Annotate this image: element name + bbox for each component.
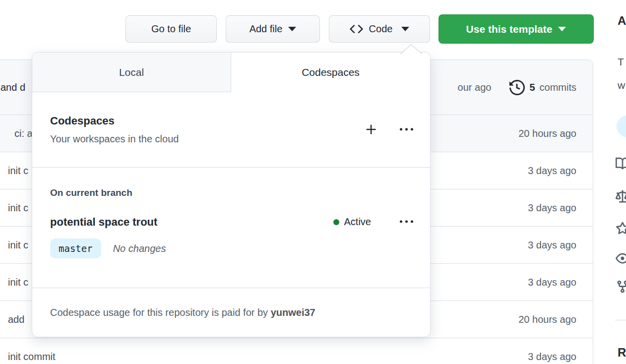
commit-count-area[interactable]: our ago 5 commits	[458, 80, 576, 95]
codespaces-header: Codespaces Your workspaces in the cloud	[32, 92, 430, 168]
chevron-down-icon	[401, 27, 409, 31]
repo-page: and d our ago 5 commits ci: a 20 hours a…	[0, 0, 626, 364]
codespaces-header-text: Codespaces Your workspaces in the cloud	[50, 115, 179, 145]
watchers-eye-icon[interactable]	[616, 251, 626, 265]
tab-codespaces[interactable]: Codespaces	[231, 53, 430, 92]
file-row-commit-message[interactable]: init c	[8, 202, 28, 214]
file-row-commit-message[interactable]: init commit	[8, 351, 56, 363]
about-heading: A	[618, 14, 626, 28]
commit-time-fragment: our ago	[458, 82, 492, 93]
license-law-icon[interactable]	[616, 190, 626, 204]
codespace-row[interactable]: potential space trout Active	[50, 215, 413, 229]
active-status-dot-icon	[333, 219, 339, 225]
tab-codespaces-label: Codespaces	[302, 66, 360, 78]
codespace-branch-row: master No changes	[50, 239, 413, 258]
codespace-usage-text: Codespace usage for this repository is p…	[50, 307, 271, 318]
code-dropdown-panel: Local Codespaces Codespaces Your workspa…	[32, 52, 431, 337]
dropdown-tabs: Local Codespaces	[32, 53, 430, 92]
sidebar-divider	[615, 320, 626, 320]
file-row-commit-message[interactable]: ci: a	[8, 128, 33, 139]
tab-local-label: Local	[119, 66, 144, 78]
codespaces-title: Codespaces	[50, 115, 179, 127]
codespace-kebab-menu-button[interactable]	[400, 215, 413, 229]
history-icon	[509, 80, 525, 95]
file-row-time: 3 days ago	[528, 277, 576, 288]
add-file-button[interactable]: Add file	[226, 15, 320, 43]
codespaces-actions	[365, 123, 413, 136]
tab-local[interactable]: Local	[32, 53, 231, 92]
file-row-commit-message[interactable]: add	[8, 314, 24, 325]
chevron-down-icon	[288, 27, 296, 31]
chevron-down-icon	[558, 27, 566, 31]
current-branch-section: On current branch potential space trout …	[32, 168, 430, 288]
commit-message-fragment[interactable]: and d	[0, 82, 25, 93]
dropdown-caret	[400, 44, 422, 54]
on-current-branch-label: On current branch	[50, 187, 413, 198]
commit-count-label: commits	[540, 82, 576, 93]
codespaces-kebab-menu-button[interactable]	[400, 123, 413, 136]
readme-icon[interactable]	[616, 157, 626, 171]
code-button[interactable]: Code	[329, 15, 430, 43]
code-label: Code	[369, 23, 393, 35]
repo-description-line2: w	[618, 79, 625, 91]
topic-badge[interactable]	[617, 116, 626, 137]
file-row[interactable]: init commit 3 days ago	[0, 338, 593, 364]
file-row-commit-message[interactable]: init c	[8, 240, 28, 251]
use-this-template-label: Use this template	[466, 23, 553, 35]
file-row-commit-message[interactable]: init c	[8, 165, 28, 177]
fork-icon[interactable]	[616, 280, 626, 294]
no-changes-label: No changes	[113, 243, 166, 254]
codespace-status: Active	[333, 216, 371, 228]
file-row-commit-message[interactable]: init c	[8, 277, 28, 288]
branch-badge[interactable]: master	[50, 239, 101, 258]
file-row-time: 3 days ago	[528, 351, 576, 363]
file-row-time: 3 days ago	[528, 240, 576, 251]
repo-description-line1: T	[618, 56, 624, 68]
go-to-file-label: Go to file	[151, 23, 191, 35]
file-row-time: 3 days ago	[528, 202, 576, 214]
file-row-time: 20 hours ago	[518, 314, 576, 325]
codespace-name[interactable]: potential space trout	[50, 216, 333, 229]
codespace-usage-footer: Codespace usage for this repository is p…	[32, 288, 430, 337]
about-sidebar: A T w R	[600, 0, 626, 364]
use-this-template-button[interactable]: Use this template	[438, 14, 594, 44]
go-to-file-button[interactable]: Go to file	[125, 15, 217, 43]
codespace-status-label: Active	[344, 216, 371, 228]
add-file-label: Add file	[250, 23, 283, 35]
code-icon	[350, 22, 363, 36]
file-row-time: 20 hours ago	[518, 128, 576, 139]
file-row-time: 3 days ago	[528, 165, 576, 177]
commit-count: 5	[529, 82, 535, 93]
star-icon[interactable]	[616, 222, 626, 236]
new-codespace-plus-button[interactable]	[365, 123, 378, 136]
codespaces-subtitle: Your workspaces in the cloud	[50, 133, 179, 145]
codespace-usage-owner: yunwei37	[271, 307, 315, 318]
releases-heading: R	[618, 346, 626, 360]
